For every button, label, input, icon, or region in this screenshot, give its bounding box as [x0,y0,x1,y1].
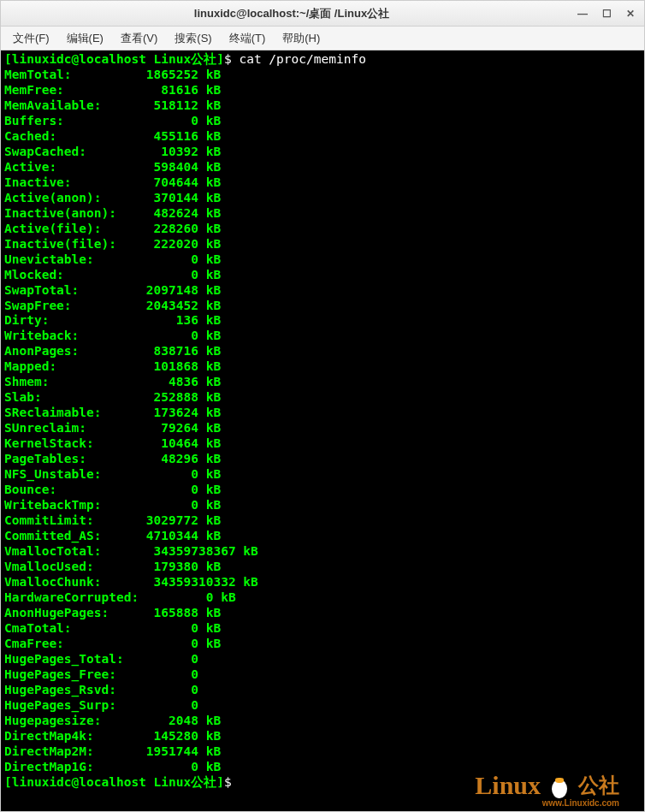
prompt-line-end: [linuxidc@localhost Linux公社] [4,775,224,789]
meminfo-row: MemTotal: 1865252 kB [4,68,221,81]
meminfo-row: WritebackTmp: 0 kB [4,498,221,512]
meminfo-row: MemAvailable: 518112 kB [4,98,221,112]
meminfo-row: Shmem: 4836 kB [4,375,221,388]
meminfo-row: Dirty: 136 kB [4,313,221,327]
meminfo-row: PageTables: 48296 kB [4,452,221,465]
meminfo-row: Slab: 252888 kB [4,390,221,404]
meminfo-row: Buffers: 0 kB [4,114,221,127]
menu-view[interactable]: 查看(V) [112,27,166,50]
meminfo-row: HugePages_Free: 0 [4,667,198,681]
meminfo-row: Active: 598404 kB [4,160,221,174]
prompt-dollar-end: $ [224,775,239,789]
prompt-line: [linuxidc@localhost Linux公社] [4,52,224,66]
maximize-button[interactable]: ☐ [600,7,613,21]
meminfo-row: HugePages_Rsvd: 0 [4,683,198,696]
meminfo-row: AnonHugePages: 165888 kB [4,606,221,619]
minimize-button[interactable]: — [576,7,589,21]
meminfo-row: HugePages_Surp: 0 [4,698,198,712]
meminfo-row: DirectMap4k: 145280 kB [4,729,221,743]
meminfo-row: KernelStack: 10464 kB [4,436,221,450]
meminfo-row: VmallocTotal: 34359738367 kB [4,544,258,558]
meminfo-row: MemFree: 81616 kB [4,83,221,97]
meminfo-row: Hugepagesize: 2048 kB [4,714,221,727]
command-text: cat /proc/meminfo [239,52,365,66]
prompt-dollar: $ [224,52,239,66]
meminfo-row: DirectMap1G: 0 kB [4,760,221,773]
terminal-window: linuxidc@localhost:~/桌面 /Linux公社 — ☐ ✕ 文… [0,0,645,812]
meminfo-row: SUnreclaim: 79264 kB [4,421,221,435]
meminfo-row: SReclaimable: 173624 kB [4,406,221,419]
meminfo-row: Inactive(anon): 482624 kB [4,206,221,220]
meminfo-row: Active(file): 228260 kB [4,222,221,235]
menu-edit[interactable]: 编辑(E) [58,27,112,50]
meminfo-row: Mlocked: 0 kB [4,268,221,282]
menu-help[interactable]: 帮助(H) [274,27,328,50]
meminfo-row: SwapFree: 2043452 kB [4,299,221,312]
meminfo-row: HugePages_Total: 0 [4,652,198,666]
meminfo-row: VmallocUsed: 179380 kB [4,560,221,573]
menu-search[interactable]: 搜索(S) [166,27,220,50]
meminfo-row: CommitLimit: 3029772 kB [4,513,221,527]
terminal-content[interactable]: [linuxidc@localhost Linux公社]$ cat /proc/… [1,50,644,811]
meminfo-row: VmallocChunk: 34359310332 kB [4,575,258,589]
meminfo-row: Mapped: 101868 kB [4,359,221,373]
titlebar[interactable]: linuxidc@localhost:~/桌面 /Linux公社 — ☐ ✕ [1,1,644,27]
meminfo-row: SwapCached: 10392 kB [4,145,221,158]
meminfo-row: Bounce: 0 kB [4,483,221,496]
meminfo-row: AnonPages: 838716 kB [4,344,221,358]
meminfo-row: Cached: 455116 kB [4,129,221,143]
menu-terminal[interactable]: 终端(T) [221,27,275,50]
meminfo-row: Committed_AS: 4710344 kB [4,529,221,542]
menu-file[interactable]: 文件(F) [4,27,58,50]
window-title: linuxidc@localhost:~/桌面 /Linux公社 [8,6,576,21]
close-button[interactable]: ✕ [624,7,637,21]
meminfo-row: NFS_Unstable: 0 kB [4,467,221,481]
meminfo-row: Active(anon): 370144 kB [4,191,221,204]
meminfo-row: HardwareCorrupted: 0 kB [4,590,236,604]
menubar: 文件(F) 编辑(E) 查看(V) 搜索(S) 终端(T) 帮助(H) [1,27,644,50]
meminfo-row: Writeback: 0 kB [4,329,221,342]
meminfo-row: DirectMap2M: 1951744 kB [4,744,221,758]
meminfo-row: Unevictable: 0 kB [4,252,221,266]
meminfo-row: CmaTotal: 0 kB [4,621,221,635]
window-controls: — ☐ ✕ [576,7,637,21]
meminfo-row: CmaFree: 0 kB [4,637,221,650]
meminfo-row: Inactive(file): 222020 kB [4,237,221,251]
meminfo-row: Inactive: 704644 kB [4,175,221,189]
meminfo-row: SwapTotal: 2097148 kB [4,283,221,297]
